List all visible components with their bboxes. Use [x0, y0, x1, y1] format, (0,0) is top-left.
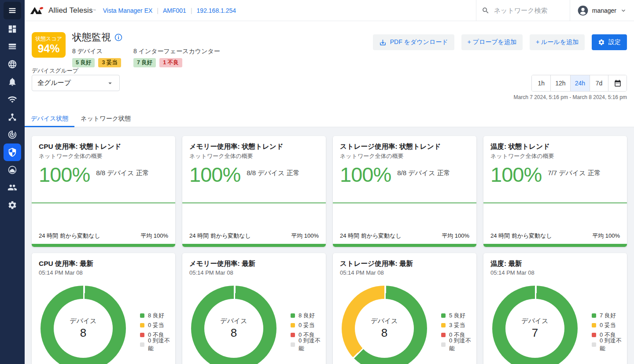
sidebar-item-topology[interactable] — [4, 108, 21, 126]
donut-legend: 7 良好 0 妥当 0 不良 0 到達不能 — [592, 312, 623, 364]
time-range-24h[interactable]: 24h — [570, 75, 590, 91]
calendar-icon — [614, 79, 622, 87]
donut-center-value: 8 — [381, 326, 387, 340]
time-range-7d[interactable]: 7d — [590, 75, 608, 91]
gear-icon — [7, 200, 17, 210]
settings-button[interactable]: 設定 — [592, 34, 627, 50]
legend-swatch-fair — [140, 323, 144, 327]
tab-device-health[interactable]: デバイス状態 — [25, 111, 74, 127]
donut-center: デバイス 8 — [204, 299, 263, 358]
donut-center-label: デバイス — [220, 317, 247, 325]
sidebar-item-events[interactable] — [4, 73, 21, 91]
trend-change-text: 24 時間 前から変動なし — [39, 232, 100, 240]
search-icon — [482, 7, 490, 15]
card-subtitle: ネットワーク全体の概要 — [340, 152, 404, 160]
date-range-text: March 7 2024, 5:16 pm - March 8 2024, 5:… — [514, 94, 627, 100]
brand-logo[interactable]: Allied Telesis™ — [30, 5, 96, 16]
sidebar-item-system-settings[interactable] — [4, 196, 21, 214]
donut-center-value: 8 — [231, 326, 237, 340]
legend-swatch-fair — [441, 323, 446, 327]
card-title: 温度: 最新 — [490, 259, 620, 268]
donut-center: デバイス 8 — [54, 299, 113, 358]
card-title: メモリー使用率: 状態トレンド — [189, 142, 319, 151]
search-input[interactable] — [494, 7, 564, 14]
add-rule-button[interactable]: + ルールを追加 — [530, 34, 585, 50]
temperature-trend-card: 温度: 状態トレンド ネットワーク全体の概要 100%7/7 デバイス 正常 2… — [483, 136, 627, 247]
devices-normal: 8/8 デバイス 正常 — [397, 169, 450, 177]
legend-item-fair: 0 妥当 — [592, 322, 623, 328]
hamburger-menu-button[interactable] — [4, 2, 21, 19]
globe-icon — [7, 59, 17, 69]
trend-sparkline — [32, 202, 175, 203]
devices-count: 8 デバイス — [72, 48, 121, 55]
card-title: 温度: 状態トレンド — [490, 142, 620, 151]
health-percent: 100% — [39, 164, 90, 185]
status-strip — [182, 244, 326, 247]
interfaces-count: 8 インターフェースカウンター — [133, 48, 220, 55]
breadcrumb-separator: | — [191, 7, 192, 14]
sidebar-item-network-map[interactable] — [4, 55, 21, 73]
time-range-selector: 1h 12h 24h 7d — [531, 75, 627, 92]
time-range-1h[interactable]: 1h — [532, 75, 550, 91]
download-pdf-label: PDF をダウンロード — [390, 38, 448, 46]
calendar-button[interactable] — [608, 75, 627, 91]
card-subtitle: ネットワーク全体の概要 — [189, 152, 253, 160]
breadcrumb-vista-manager[interactable]: Vista Manager EX — [103, 7, 153, 14]
legend-swatch-good — [140, 313, 144, 318]
device-group-select[interactable]: 全グループ — [32, 75, 120, 91]
breadcrumb: Vista Manager EX | AMF001 | 192.168.1.25… — [103, 7, 236, 14]
trend-average-text: 平均 100% — [140, 232, 168, 240]
breadcrumb-amf001[interactable]: AMF001 — [163, 7, 186, 14]
tab-network-health[interactable]: ネットワーク状態 — [74, 111, 137, 127]
status-badge-fair: 3 妥当 — [98, 58, 121, 67]
sidebar-item-health-monitoring[interactable] — [4, 143, 21, 161]
sidebar-item-users[interactable] — [4, 179, 21, 196]
devices-normal: 8/8 デバイス 正常 — [247, 169, 300, 177]
device-health-donut[interactable]: デバイス 8 — [41, 286, 126, 364]
donut-legend: 8 良好 0 妥当 0 不良 0 到達不能 — [140, 312, 171, 364]
device-health-donut[interactable]: デバイス 8 — [342, 286, 427, 364]
info-icon[interactable] — [114, 33, 122, 41]
sidebar-item-asset-list[interactable] — [4, 38, 21, 55]
users-icon — [7, 183, 17, 192]
memory-latest-card: メモリー使用率: 最新 05:14 PM Mar 08 デバイス 8 8 良好 … — [182, 253, 326, 364]
status-badge-good: 7 良好 — [133, 58, 156, 67]
settings-label: 設定 — [608, 38, 621, 46]
status-strip — [32, 244, 175, 247]
legend-item-unreachable: 0 到達不能 — [291, 341, 321, 348]
sidebar-item-wireless[interactable] — [4, 91, 21, 108]
legend-swatch-unreachable — [441, 342, 446, 347]
devices-normal: 8/8 デバイス 正常 — [96, 169, 149, 177]
interfaces-summary-block: 8 インターフェースカウンター 7 良好 1 不良 — [133, 48, 220, 67]
sidebar-item-dashboard[interactable] — [4, 20, 21, 38]
shield-icon — [7, 147, 17, 157]
page-actions: PDF をダウンロード + プローブを追加 + ルールを追加 設定 — [373, 34, 627, 50]
sidebar-item-cloud-services[interactable] — [4, 161, 21, 179]
breadcrumb-ip-address[interactable]: 192.168.1.254 — [197, 7, 236, 14]
main-content: 状態スコア 94% 状態監視 8 デバイス 5 良好 — [25, 21, 634, 364]
dashboard-icon — [7, 24, 17, 34]
memory-trend-card: メモリー使用率: 状態トレンド ネットワーク全体の概要 100%8/8 デバイス… — [182, 136, 326, 247]
device-health-donut[interactable]: デバイス 7 — [492, 286, 578, 364]
trend-cards-row: CPU 使用率: 状態トレンド ネットワーク全体の概要 100%8/8 デバイス… — [32, 136, 627, 247]
legend-swatch-fair — [592, 323, 596, 327]
card-title: メモリー使用率: 最新 — [189, 259, 319, 268]
legend-swatch-bad — [291, 333, 295, 337]
gear-icon — [598, 39, 605, 46]
device-health-donut[interactable]: デバイス 8 — [191, 286, 276, 364]
legend-item-fair: 3 妥当 — [441, 322, 472, 328]
health-percent: 100% — [340, 164, 391, 185]
sidebar-item-traffic-monitoring[interactable] — [4, 126, 21, 143]
add-probe-button[interactable]: + プローブを追加 — [461, 34, 523, 50]
time-range-12h[interactable]: 12h — [550, 75, 570, 91]
status-strip — [483, 244, 627, 247]
trend-change-text: 24 時間 前から変動なし — [340, 232, 402, 240]
legend-swatch-good — [291, 313, 295, 318]
top-bar: Allied Telesis™ Vista Manager EX | AMF00… — [25, 0, 634, 21]
trend-sparkline — [483, 202, 627, 203]
legend-swatch-good — [441, 313, 446, 318]
donut-center-value: 8 — [80, 326, 86, 340]
user-menu[interactable]: manager — [570, 5, 634, 16]
devices-summary-block: 8 デバイス 5 良好 3 妥当 — [72, 48, 121, 67]
download-pdf-button[interactable]: PDF をダウンロード — [373, 34, 454, 50]
